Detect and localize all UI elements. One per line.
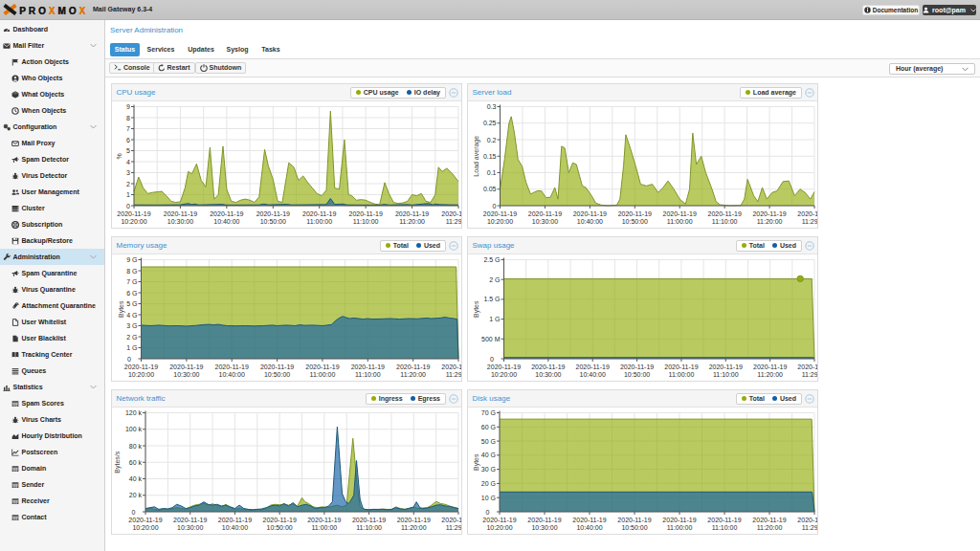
svg-text:2020-11-19: 2020-11-19 (707, 517, 741, 523)
svg-text:2020-11-19: 2020-11-19 (352, 517, 386, 523)
svg-text:2020-11-19: 2020-11-19 (576, 364, 610, 370)
svg-text:2020-11-19: 2020-11-19 (124, 364, 158, 370)
svg-text:10:20:00: 10:20:00 (486, 524, 512, 531)
svg-text:0.25: 0.25 (483, 120, 497, 126)
svg-text:0: 0 (126, 203, 130, 209)
svg-text:1: 1 (126, 191, 130, 198)
svg-text:2020-11-19: 2020-11-19 (173, 517, 207, 523)
svg-text:11:00:00: 11:00:00 (667, 218, 693, 225)
svg-text:2020-11-19: 2020-11-19 (348, 210, 382, 217)
svg-text:0: 0 (127, 356, 131, 363)
svg-text:11:00:00: 11:00:00 (669, 371, 695, 378)
svg-text:10:50:00: 10:50:00 (264, 371, 290, 378)
svg-text:4 G: 4 G (126, 312, 137, 319)
svg-text:2020-11-19: 2020-11-19 (169, 364, 203, 370)
svg-text:80 k: 80 k (129, 443, 143, 450)
svg-text:6 G: 6 G (126, 290, 137, 297)
svg-text:2020-11-19: 2020-11-19 (752, 210, 786, 217)
svg-text:9 G: 9 G (126, 256, 137, 263)
svg-text:11:00:00: 11:00:00 (310, 371, 336, 378)
svg-text:2: 2 (126, 181, 130, 187)
svg-text:10:40:00: 10:40:00 (580, 371, 606, 378)
svg-text:2020-11-19: 2020-11-19 (797, 364, 817, 370)
svg-text:70 G: 70 G (481, 409, 496, 416)
svg-text:2020-11-19: 2020-11-19 (128, 517, 162, 523)
svg-text:2020-11-19: 2020-11-19 (618, 210, 652, 217)
svg-text:2020-11-19: 2020-11-19 (441, 210, 461, 217)
svg-text:1 G: 1 G (489, 316, 500, 322)
svg-text:10:30:00: 10:30:00 (177, 524, 203, 531)
svg-text:2020-11-19: 2020-11-19 (262, 517, 296, 523)
svg-text:11:20:00: 11:20:00 (757, 524, 783, 531)
svg-text:2020-11-19: 2020-11-19 (218, 517, 252, 523)
svg-text:11:20:00: 11:20:00 (757, 371, 783, 378)
svg-text:11:29:30: 11:29:30 (446, 524, 461, 531)
svg-text:11:10:00: 11:10:00 (713, 371, 739, 378)
svg-text:10:40:00: 10:40:00 (213, 218, 239, 225)
svg-text:10:50:00: 10:50:00 (622, 218, 648, 225)
svg-text:30 G: 30 G (481, 466, 496, 473)
svg-text:10:40:00: 10:40:00 (219, 371, 245, 378)
svg-text:6: 6 (126, 137, 130, 143)
svg-text:10:30:00: 10:30:00 (531, 524, 557, 531)
svg-text:2 G: 2 G (126, 334, 137, 341)
svg-text:500 M: 500 M (481, 336, 501, 342)
svg-text:0: 0 (132, 509, 136, 516)
svg-text:Bytes: Bytes (118, 300, 125, 318)
svg-text:2020-11-19: 2020-11-19 (397, 517, 431, 523)
svg-text:11:00:00: 11:00:00 (306, 218, 332, 225)
svg-text:2020-11-19: 2020-11-19 (620, 364, 654, 370)
svg-text:11:10:00: 11:10:00 (353, 218, 379, 225)
svg-text:0.2: 0.2 (487, 137, 497, 143)
svg-text:11:20:00: 11:20:00 (401, 524, 427, 531)
svg-text:2020-11-19: 2020-11-19 (664, 364, 698, 370)
svg-text:%: % (116, 153, 122, 159)
svg-text:10:30:00: 10:30:00 (532, 218, 558, 225)
svg-text:2.5 G: 2.5 G (483, 256, 500, 263)
svg-text:11:29:30: 11:29:30 (446, 218, 461, 225)
svg-text:10:20:00: 10:20:00 (128, 371, 154, 378)
svg-text:40 k: 40 k (129, 475, 143, 482)
svg-text:60 G: 60 G (481, 424, 496, 430)
svg-text:2020-11-19: 2020-11-19 (441, 364, 461, 370)
svg-text:10:30:00: 10:30:00 (167, 218, 193, 225)
svg-text:11:29:30: 11:29:30 (802, 371, 817, 378)
svg-text:2020-11-19: 2020-11-19 (709, 364, 743, 370)
svg-text:20 k: 20 k (129, 492, 143, 498)
svg-text:Load average: Load average (473, 136, 480, 177)
svg-text:10:30:00: 10:30:00 (535, 371, 561, 378)
svg-text:11:20:00: 11:20:00 (400, 371, 426, 378)
svg-text:100 k: 100 k (125, 426, 143, 432)
svg-text:2020-11-19: 2020-11-19 (531, 364, 565, 370)
svg-text:11:10:00: 11:10:00 (712, 218, 738, 225)
svg-text:2 G: 2 G (489, 276, 500, 283)
svg-text:2020-11-19: 2020-11-19 (395, 210, 429, 217)
svg-text:11:00:00: 11:00:00 (311, 524, 337, 531)
svg-text:8 G: 8 G (126, 268, 137, 275)
svg-text:0: 0 (493, 203, 497, 209)
svg-text:2020-11-19: 2020-11-19 (707, 210, 741, 217)
svg-text:Bytes/s: Bytes/s (114, 451, 122, 473)
svg-text:2020-11-19: 2020-11-19 (256, 210, 290, 217)
svg-text:40 G: 40 G (481, 452, 496, 458)
svg-text:2020-11-19: 2020-11-19 (351, 364, 385, 370)
svg-text:2020-11-19: 2020-11-19 (617, 517, 651, 523)
svg-text:3 G: 3 G (126, 322, 137, 329)
svg-text:11:20:00: 11:20:00 (757, 218, 783, 225)
svg-text:2020-11-19: 2020-11-19 (663, 210, 697, 217)
svg-text:0: 0 (490, 356, 494, 363)
svg-text:2020-11-19: 2020-11-19 (305, 364, 339, 370)
svg-text:2020-11-19: 2020-11-19 (752, 517, 786, 523)
svg-text:10 G: 10 G (481, 495, 496, 501)
svg-text:2020-11-19: 2020-11-19 (441, 517, 461, 523)
svg-text:2020-11-19: 2020-11-19 (210, 210, 243, 217)
svg-text:2020-11-19: 2020-11-19 (573, 210, 607, 217)
svg-text:0.15: 0.15 (483, 153, 497, 160)
svg-text:11:29:30: 11:29:30 (802, 218, 817, 225)
svg-text:4: 4 (126, 159, 130, 165)
svg-text:11:10:00: 11:10:00 (356, 524, 382, 531)
svg-text:2020-11-19: 2020-11-19 (482, 517, 516, 523)
svg-text:10:20:00: 10:20:00 (121, 218, 146, 225)
svg-text:Bytes: Bytes (473, 453, 480, 471)
svg-text:0.05: 0.05 (483, 186, 497, 192)
